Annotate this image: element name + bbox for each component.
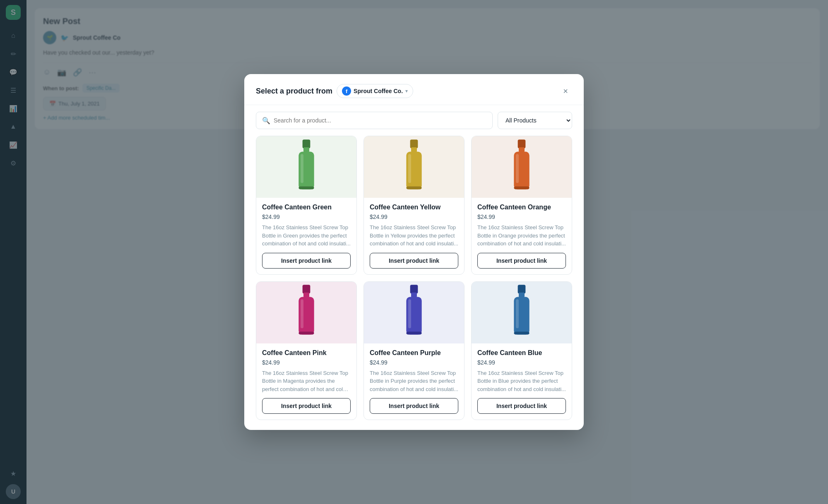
product-desc-blue: The 16oz Stainless Steel Screw Top Bottl… <box>477 369 566 394</box>
modal-close-button[interactable]: × <box>559 84 572 98</box>
svg-rect-4 <box>298 186 314 189</box>
product-filter-select[interactable]: All Products In Stock Out of Stock <box>498 112 572 129</box>
product-name-green: Coffee Canteen Green <box>262 204 351 211</box>
svg-rect-21 <box>411 293 417 298</box>
svg-rect-23 <box>408 300 411 329</box>
insert-product-button-blue[interactable]: Insert product link <box>477 398 566 414</box>
svg-rect-1 <box>303 147 309 152</box>
svg-rect-10 <box>518 139 526 148</box>
product-name-yellow: Coffee Canteen Yellow <box>370 204 458 211</box>
svg-rect-24 <box>406 332 421 335</box>
product-image-blue <box>472 282 572 343</box>
product-name-pink: Coffee Canteen Pink <box>262 349 351 357</box>
svg-rect-20 <box>410 285 418 294</box>
product-card-yellow: Coffee Canteen Yellow $24.99 The 16oz St… <box>363 136 465 275</box>
product-image-pink <box>256 282 356 343</box>
chevron-down-icon: ▾ <box>405 88 408 94</box>
product-info-blue: Coffee Canteen Blue $24.99 The 16oz Stai… <box>472 343 572 398</box>
product-desc-pink: The 16oz Stainless Steel Screw Top Bottl… <box>262 369 351 394</box>
product-name-blue: Coffee Canteen Blue <box>477 349 566 357</box>
product-info-orange: Coffee Canteen Orange $24.99 The 16oz St… <box>472 198 572 253</box>
product-name-orange: Coffee Canteen Orange <box>477 204 566 211</box>
svg-rect-18 <box>301 300 303 329</box>
svg-rect-19 <box>298 332 314 335</box>
product-card-blue: Coffee Canteen Blue $24.99 The 16oz Stai… <box>471 281 572 420</box>
search-icon: 🔍 <box>262 117 270 125</box>
modal-title-row: Select a product from f Sprout Coffee Co… <box>256 84 413 98</box>
svg-rect-29 <box>514 332 529 335</box>
svg-rect-6 <box>411 147 417 152</box>
svg-rect-0 <box>303 139 310 148</box>
product-card-purple: Coffee Canteen Purple $24.99 The 16oz St… <box>363 281 465 420</box>
product-info-yellow: Coffee Canteen Yellow $24.99 The 16oz St… <box>364 198 464 253</box>
svg-rect-16 <box>303 293 309 298</box>
svg-rect-9 <box>406 186 421 189</box>
svg-rect-8 <box>408 154 411 183</box>
insert-product-button-green[interactable]: Insert product link <box>262 253 351 269</box>
product-desc-orange: The 16oz Stainless Steel Screw Top Bottl… <box>477 223 566 248</box>
svg-rect-3 <box>301 154 303 183</box>
product-card-orange: Coffee Canteen Orange $24.99 The 16oz St… <box>471 136 572 275</box>
product-name-purple: Coffee Canteen Purple <box>370 349 458 357</box>
store-badge[interactable]: f Sprout Coffee Co. ▾ <box>337 84 413 98</box>
bottle-svg-green <box>292 136 321 198</box>
product-select-modal: Select a product from f Sprout Coffee Co… <box>244 74 584 430</box>
bottle-svg-orange <box>507 136 536 198</box>
product-desc-yellow: The 16oz Stainless Steel Screw Top Bottl… <box>370 223 458 248</box>
product-price-green: $24.99 <box>262 214 351 220</box>
modal-search-row: 🔍 All Products In Stock Out of Stock <box>244 105 584 136</box>
insert-product-button-pink[interactable]: Insert product link <box>262 398 351 414</box>
bottle-svg-purple <box>400 282 428 343</box>
product-search-input[interactable] <box>274 117 486 124</box>
facebook-icon: f <box>342 86 351 96</box>
svg-rect-28 <box>516 300 519 329</box>
product-info-pink: Coffee Canteen Pink $24.99 The 16oz Stai… <box>256 343 356 398</box>
modal-overlay: Select a product from f Sprout Coffee Co… <box>0 0 828 504</box>
bottle-svg-yellow <box>400 136 428 198</box>
modal-header: Select a product from f Sprout Coffee Co… <box>244 74 584 105</box>
search-input-wrap: 🔍 <box>256 112 493 129</box>
product-info-green: Coffee Canteen Green $24.99 The 16oz Sta… <box>256 198 356 253</box>
svg-rect-14 <box>514 186 529 189</box>
product-price-purple: $24.99 <box>370 359 458 366</box>
svg-rect-26 <box>519 293 525 298</box>
product-desc-green: The 16oz Stainless Steel Screw Top Bottl… <box>262 223 351 248</box>
product-image-yellow <box>364 136 464 198</box>
insert-product-button-orange[interactable]: Insert product link <box>477 253 566 269</box>
product-price-orange: $24.99 <box>477 214 566 220</box>
insert-product-button-purple[interactable]: Insert product link <box>370 398 458 414</box>
svg-rect-15 <box>303 285 310 294</box>
product-price-blue: $24.99 <box>477 359 566 366</box>
bottle-svg-blue <box>507 282 536 343</box>
product-desc-purple: The 16oz Stainless Steel Screw Top Bottl… <box>370 369 458 394</box>
product-price-pink: $24.99 <box>262 359 351 366</box>
svg-rect-5 <box>410 139 418 148</box>
products-grid: Coffee Canteen Green $24.99 The 16oz Sta… <box>244 136 584 430</box>
product-price-yellow: $24.99 <box>370 214 458 220</box>
product-image-purple <box>364 282 464 343</box>
product-image-green <box>256 136 356 198</box>
store-name: Sprout Coffee Co. <box>354 88 403 94</box>
product-image-orange <box>472 136 572 198</box>
svg-rect-11 <box>519 147 525 152</box>
insert-product-button-yellow[interactable]: Insert product link <box>370 253 458 269</box>
product-card-green: Coffee Canteen Green $24.99 The 16oz Sta… <box>256 136 357 275</box>
svg-rect-25 <box>518 285 526 294</box>
product-info-purple: Coffee Canteen Purple $24.99 The 16oz St… <box>364 343 464 398</box>
bottle-svg-pink <box>292 282 321 343</box>
modal-title: Select a product from <box>256 87 332 96</box>
svg-rect-13 <box>516 154 519 183</box>
product-card-pink: Coffee Canteen Pink $24.99 The 16oz Stai… <box>256 281 357 420</box>
